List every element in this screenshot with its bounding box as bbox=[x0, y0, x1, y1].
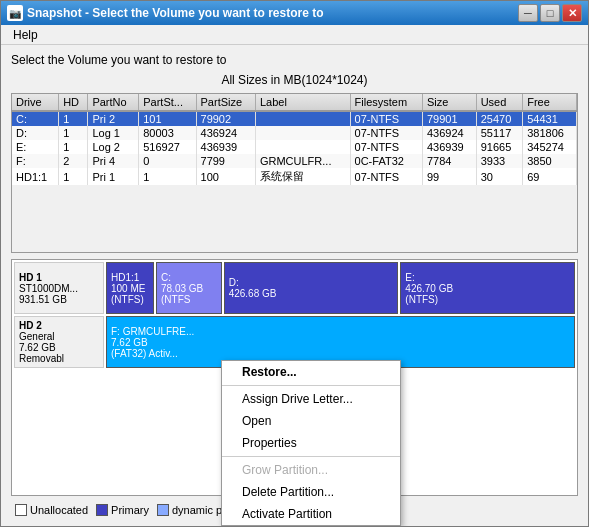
table-cell: 345274 bbox=[523, 140, 577, 154]
table-row[interactable]: HD1:11Pri 11100系统保留07-NTFS993069 bbox=[12, 168, 577, 185]
minimize-button[interactable]: ─ bbox=[518, 4, 538, 22]
col-free[interactable]: Free bbox=[523, 94, 577, 111]
table-cell: 55117 bbox=[476, 126, 523, 140]
partition-hd1-c[interactable]: C: 78.03 GB (NTFS bbox=[156, 262, 222, 314]
disk-hd1-size: 931.51 GB bbox=[19, 294, 99, 305]
table-cell: 07-NTFS bbox=[350, 140, 422, 154]
table-cell: Log 2 bbox=[88, 140, 139, 154]
legend-primary-box bbox=[96, 504, 108, 516]
ctx-assign-drive-letter[interactable]: Assign Drive Letter... bbox=[222, 388, 400, 410]
legend-dynamic-box bbox=[157, 504, 169, 516]
legend-unallocated-label: Unallocated bbox=[30, 504, 88, 516]
context-menu: Restore... Assign Drive Letter... Open P… bbox=[221, 360, 401, 526]
disk-label-hd2: HD 2 General 7.62 GB Removabl bbox=[14, 316, 104, 368]
table-row[interactable]: C:1Pri 21017990207-NTFS799012547054431 bbox=[12, 111, 577, 126]
table-row[interactable]: F:2Pri 407799GRMCULFR...0C-FAT3277843933… bbox=[12, 154, 577, 168]
volume-table-wrapper[interactable]: Drive HD PartNo PartSt... PartSize Label… bbox=[11, 93, 578, 253]
table-cell bbox=[255, 140, 350, 154]
table-cell: 1 bbox=[59, 111, 88, 126]
partition-hd1-c-size: 78.03 GB bbox=[161, 283, 217, 294]
disk-row-hd1: HD 1 ST1000DM... 931.51 GB HD1:1 100 ME … bbox=[14, 262, 575, 314]
partition-hd1-d-size: 426.68 GB bbox=[229, 288, 394, 299]
volume-table: Drive HD PartNo PartSt... PartSize Label… bbox=[12, 94, 577, 185]
table-body: C:1Pri 21017990207-NTFS799012547054431D:… bbox=[12, 111, 577, 185]
ctx-properties[interactable]: Properties bbox=[222, 432, 400, 454]
partition-hd1-1-fs: (NTFS) bbox=[111, 294, 149, 305]
table-cell: 0 bbox=[139, 154, 196, 168]
col-partsize[interactable]: PartSize bbox=[196, 94, 255, 111]
table-cell: F: bbox=[12, 154, 59, 168]
partition-hd1-e-fs: (NTFS) bbox=[405, 294, 570, 305]
col-partno[interactable]: PartNo bbox=[88, 94, 139, 111]
table-cell: 101 bbox=[139, 111, 196, 126]
table-cell: 516927 bbox=[139, 140, 196, 154]
col-label[interactable]: Label bbox=[255, 94, 350, 111]
ctx-sep1 bbox=[222, 385, 400, 386]
window-body: Select the Volume you want to restore to… bbox=[1, 45, 588, 526]
col-used[interactable]: Used bbox=[476, 94, 523, 111]
table-cell: 2 bbox=[59, 154, 88, 168]
table-cell: 99 bbox=[422, 168, 476, 185]
window-controls: ─ □ ✕ bbox=[518, 4, 582, 22]
partition-hd1-e[interactable]: E: 426.70 GB (NTFS) bbox=[400, 262, 575, 314]
window-title: Snapshot - Select the Volume you want to… bbox=[27, 6, 323, 20]
disk-hd2-model: General bbox=[19, 331, 99, 342]
legend-primary: Primary bbox=[96, 504, 149, 516]
app-icon: 📷 bbox=[7, 5, 23, 21]
size-note: All Sizes in MB(1024*1024) bbox=[11, 73, 578, 87]
maximize-button[interactable]: □ bbox=[540, 4, 560, 22]
table-cell: 07-NTFS bbox=[350, 126, 422, 140]
table-cell: 3933 bbox=[476, 154, 523, 168]
disk-hd2-size: 7.62 GB bbox=[19, 342, 99, 353]
col-hd[interactable]: HD bbox=[59, 94, 88, 111]
table-cell: Pri 4 bbox=[88, 154, 139, 168]
table-cell: 79902 bbox=[196, 111, 255, 126]
legend-unallocated: Unallocated bbox=[15, 504, 88, 516]
ctx-restore[interactable]: Restore... bbox=[222, 361, 400, 383]
table-cell: 7784 bbox=[422, 154, 476, 168]
table-row[interactable]: D:1Log 18000343692407-NTFS43692455117381… bbox=[12, 126, 577, 140]
help-menu[interactable]: Help bbox=[5, 26, 46, 44]
partition-hd1-1[interactable]: HD1:1 100 ME (NTFS) bbox=[106, 262, 154, 314]
disk-hd1-partitions: HD1:1 100 ME (NTFS) C: 78.03 GB (NTFS D:… bbox=[106, 262, 575, 314]
col-size[interactable]: Size bbox=[422, 94, 476, 111]
col-filesystem[interactable]: Filesystem bbox=[350, 94, 422, 111]
table-cell: 3850 bbox=[523, 154, 577, 168]
disk-hd2-title: HD 2 bbox=[19, 320, 99, 331]
table-cell: 1 bbox=[59, 126, 88, 140]
main-window: 📷 Snapshot - Select the Volume you want … bbox=[0, 0, 589, 527]
partition-hd1-e-label: E: bbox=[405, 272, 570, 283]
partition-hd2-f-size: 7.62 GB bbox=[111, 337, 570, 348]
partition-hd1-1-size: 100 ME bbox=[111, 283, 149, 294]
table-cell: 1 bbox=[59, 168, 88, 185]
partition-hd1-c-label: C: bbox=[161, 272, 217, 283]
table-cell: 91665 bbox=[476, 140, 523, 154]
partition-hd1-e-size: 426.70 GB bbox=[405, 283, 570, 294]
table-cell: HD1:1 bbox=[12, 168, 59, 185]
table-cell: Pri 2 bbox=[88, 111, 139, 126]
close-button[interactable]: ✕ bbox=[562, 4, 582, 22]
disk-label-hd1: HD 1 ST1000DM... 931.51 GB bbox=[14, 262, 104, 314]
col-drive[interactable]: Drive bbox=[12, 94, 59, 111]
ctx-delete-partition[interactable]: Delete Partition... bbox=[222, 481, 400, 503]
ctx-activate-partition[interactable]: Activate Partition bbox=[222, 503, 400, 525]
table-header-row: Drive HD PartNo PartSt... PartSize Label… bbox=[12, 94, 577, 111]
table-cell: 69 bbox=[523, 168, 577, 185]
table-cell: 436924 bbox=[196, 126, 255, 140]
ctx-open[interactable]: Open bbox=[222, 410, 400, 432]
col-partst[interactable]: PartSt... bbox=[139, 94, 196, 111]
table-cell: 79901 bbox=[422, 111, 476, 126]
disk-hd1-model: ST1000DM... bbox=[19, 283, 99, 294]
partition-hd2-f-label: F: GRMCULFRE... bbox=[111, 326, 570, 337]
partition-hd1-d-label: D: bbox=[229, 277, 394, 288]
table-cell: 系统保留 bbox=[255, 168, 350, 185]
table-cell: C: bbox=[12, 111, 59, 126]
menu-bar: Help bbox=[1, 25, 588, 45]
table-row[interactable]: E:1Log 251692743693907-NTFS4369399166534… bbox=[12, 140, 577, 154]
table-cell: GRMCULFR... bbox=[255, 154, 350, 168]
partition-hd1-d[interactable]: D: 426.68 GB bbox=[224, 262, 399, 314]
table-cell: 381806 bbox=[523, 126, 577, 140]
table-cell: 100 bbox=[196, 168, 255, 185]
table-cell: 436924 bbox=[422, 126, 476, 140]
table-cell: 30 bbox=[476, 168, 523, 185]
